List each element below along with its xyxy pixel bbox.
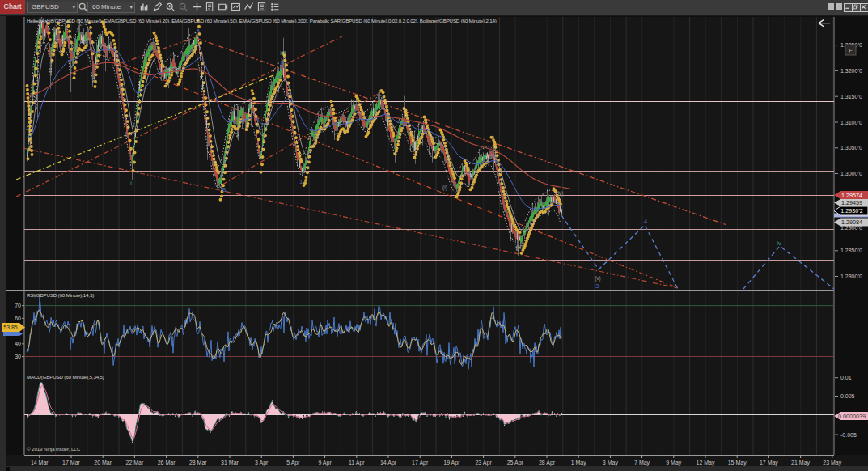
svg-text:(iv): (iv) [556, 190, 563, 197]
svg-text:© 2019 NinjaTrader, LLC: © 2019 NinjaTrader, LLC [27, 446, 81, 452]
svg-text:1.29574: 1.29574 [841, 192, 862, 199]
svg-text:1.2850’0: 1.2850’0 [840, 248, 862, 253]
svg-text:RSI(GBPUSD (60 Minute),14,3): RSI(GBPUSD (60 Minute),14,3) [27, 292, 94, 298]
svg-text:1.3100’0: 1.3100’0 [840, 120, 862, 125]
svg-text:0.0000039: 0.0000039 [838, 413, 866, 420]
svg-text:3 May: 3 May [603, 460, 619, 466]
svg-text:70: 70 [15, 303, 21, 308]
svg-text:(v): (v) [595, 275, 601, 282]
svg-text:40: 40 [15, 341, 21, 346]
svg-text:1.2800’0: 1.2800’0 [840, 274, 862, 279]
svg-text:(iii): (iii) [516, 244, 523, 251]
svg-text:1.3050’0: 1.3050’0 [840, 145, 862, 151]
svg-text:4: 4 [644, 218, 647, 225]
svg-text:1.3200’0: 1.3200’0 [840, 68, 862, 74]
svg-text:iv: iv [777, 240, 781, 247]
svg-text:25 Apr: 25 Apr [507, 460, 524, 466]
svg-text:15 May: 15 May [728, 460, 747, 466]
svg-text:22 Mar: 22 Mar [126, 460, 144, 465]
svg-text:ii: ii [280, 49, 283, 57]
svg-text:53.85: 53.85 [3, 325, 18, 330]
svg-text:1.2930’2: 1.2930’2 [840, 207, 863, 214]
svg-text:9 Apr: 9 Apr [318, 460, 332, 466]
svg-text:1.3000’0: 1.3000’0 [840, 171, 862, 176]
svg-text:A: A [196, 28, 200, 35]
svg-text:14 Mar: 14 Mar [31, 460, 49, 465]
svg-text:60: 60 [15, 316, 21, 321]
svg-text:19 Apr: 19 Apr [443, 460, 460, 466]
svg-text:17 Mar: 17 Mar [62, 460, 80, 465]
svg-text:C: C [280, 61, 285, 68]
svg-text:3: 3 [595, 282, 599, 290]
svg-text:31 Mar: 31 Mar [221, 460, 239, 465]
svg-text:(i): (i) [442, 185, 447, 191]
svg-text:28 Apr: 28 Apr [539, 460, 556, 466]
svg-text:(0): (0) [490, 153, 497, 159]
svg-text:7 May: 7 May [634, 460, 650, 466]
svg-text:1.29459: 1.29459 [841, 199, 862, 206]
svg-text:1 May: 1 May [571, 460, 587, 466]
svg-text:23 May: 23 May [823, 460, 841, 466]
svg-text:12 May: 12 May [697, 460, 715, 466]
svg-text:3 Apr: 3 Apr [255, 460, 269, 466]
svg-text:F: F [849, 47, 853, 54]
svg-text:17 May: 17 May [760, 460, 778, 466]
svg-text:-0.005: -0.005 [840, 432, 857, 438]
svg-text:17 Apr: 17 Apr [412, 460, 429, 466]
svg-text:21 May: 21 May [791, 460, 810, 466]
svg-text:2: 2 [381, 93, 384, 100]
svg-text:20 Mar: 20 Mar [94, 460, 112, 465]
svg-text:0.01: 0.01 [840, 375, 852, 380]
svg-text:HeikenAshi8(GBPUSD (60 Minute): HeikenAshi8(GBPUSD (60 Minute)), EMA(GBP… [27, 18, 497, 23]
svg-text:11 Apr: 11 Apr [349, 460, 365, 466]
svg-text:26 Mar: 26 Mar [158, 460, 176, 465]
svg-text:5 Apr: 5 Apr [286, 460, 300, 466]
svg-text:MACD(GBPUSD (60 Minute),5,34,5: MACD(GBPUSD (60 Minute),5,34,5) [27, 374, 104, 380]
svg-text:1.29084: 1.29084 [841, 219, 862, 226]
svg-text:30: 30 [15, 354, 21, 359]
svg-text:23 Apr: 23 Apr [475, 460, 492, 466]
svg-text:28 Mar: 28 Mar [189, 460, 207, 465]
svg-text:9 May: 9 May [666, 460, 682, 466]
svg-text:1: 1 [299, 178, 303, 185]
svg-text:1.3150’0: 1.3150’0 [840, 94, 862, 100]
svg-text:0.005: 0.005 [840, 393, 855, 399]
svg-text:14 Apr: 14 Apr [380, 460, 397, 466]
svg-text:B: B [222, 186, 226, 193]
